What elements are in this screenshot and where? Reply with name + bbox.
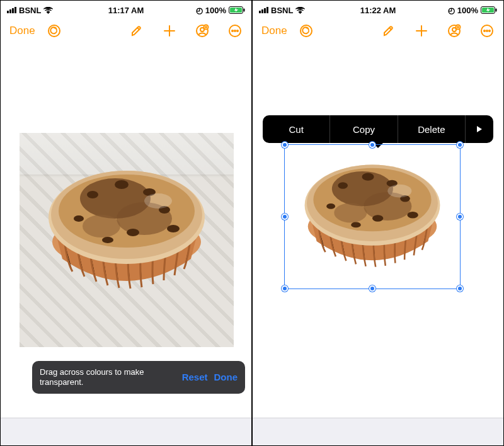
clock: 11:22 AM [360,6,396,15]
add-person-icon[interactable] [195,23,210,38]
canvas[interactable]: Cut Copy Delete [253,45,503,418]
carrier-label: BSNL [19,6,41,15]
handle-bottom-right[interactable] [457,285,463,292]
bottom-bar [253,418,503,445]
right-screen: BSNL 11:22 AM ◴ 100% Done [252,0,504,446]
svg-point-10 [237,30,238,31]
svg-rect-28 [496,9,497,12]
toolbar: Done [1,17,251,45]
context-cut[interactable]: Cut [263,115,330,143]
overlay-done-button[interactable]: Done [214,372,238,382]
handle-top-mid[interactable] [369,142,375,148]
battery-icon [229,6,245,14]
battery-icon [481,6,497,14]
svg-point-8 [232,30,233,31]
bottom-bar [1,418,251,445]
muffin-image [32,144,221,295]
signal-bars-icon [7,7,16,13]
undo-icon[interactable] [299,23,314,38]
handle-bottom-mid[interactable] [369,285,375,292]
battery-percent: 100% [205,6,226,15]
clock: 11:17 AM [108,6,144,15]
svg-point-37 [489,30,490,31]
signal-bars-icon [259,7,268,13]
selection-box[interactable] [284,144,461,289]
plus-icon[interactable] [162,23,177,38]
add-person-icon[interactable] [447,23,462,38]
status-bar: BSNL 11:17 AM ◴ 100% [1,1,251,17]
svg-point-18 [87,191,98,198]
context-copy[interactable]: Copy [330,115,398,143]
svg-point-22 [167,225,180,232]
undo-icon[interactable] [47,23,62,38]
svg-point-26 [144,193,172,209]
handle-mid-left[interactable] [282,214,288,220]
svg-point-25 [102,237,113,243]
alarm-icon: ◴ [448,6,455,15]
svg-point-9 [234,30,236,31]
more-icon[interactable] [479,23,495,38]
svg-rect-1 [244,9,245,12]
handle-top-right[interactable] [457,142,463,148]
brush-icon[interactable] [381,23,396,38]
handle-bottom-left[interactable] [282,285,288,292]
context-more-arrow[interactable] [466,115,493,143]
svg-point-19 [115,180,129,189]
alarm-icon: ◴ [196,6,203,15]
wifi-icon [43,7,53,14]
more-icon[interactable] [227,23,243,38]
carrier-label: BSNL [271,6,293,15]
svg-point-24 [127,229,139,236]
context-menu: Cut Copy Delete [263,115,493,143]
instant-alpha-bar: Drag across colours to make transparent.… [32,361,245,394]
battery-percent: 100% [457,6,478,15]
svg-point-36 [486,30,488,31]
done-button[interactable]: Done [9,25,35,37]
handle-mid-right[interactable] [457,214,463,220]
wifi-icon [295,7,305,14]
reset-button[interactable]: Reset [182,372,208,382]
toolbar: Done [253,17,503,45]
context-delete[interactable]: Delete [398,115,466,143]
plus-icon[interactable] [414,23,429,38]
left-screen: BSNL 11:17 AM ◴ 100% Done [0,0,252,446]
svg-point-35 [484,30,485,31]
image-editing[interactable] [20,133,234,347]
canvas[interactable]: Drag across colours to make transparent.… [1,45,251,418]
done-button[interactable]: Done [261,25,287,37]
selected-image[interactable] [284,144,461,289]
status-bar: BSNL 11:22 AM ◴ 100% [253,1,503,17]
svg-point-17 [83,215,120,237]
handle-top-left[interactable] [282,142,288,148]
brush-icon[interactable] [129,23,144,38]
overlay-message: Drag across colours to make transparent. [40,367,176,388]
svg-point-23 [74,215,84,222]
